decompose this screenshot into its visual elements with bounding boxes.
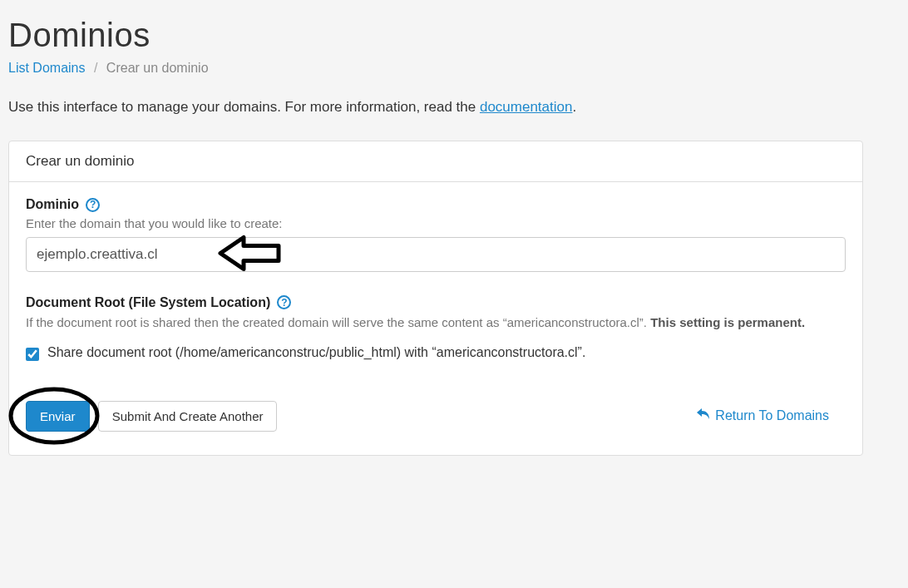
help-icon[interactable]: ? xyxy=(277,295,291,309)
create-domain-panel: Crear un dominio Dominio ? Enter the dom… xyxy=(8,141,863,456)
breadcrumb: List Domains / Crear un dominio xyxy=(8,61,900,76)
intro-text: Use this interface to manage your domain… xyxy=(8,99,900,116)
share-docroot-checkbox[interactable] xyxy=(26,348,39,361)
domain-input[interactable] xyxy=(26,237,846,272)
submit-button[interactable]: Enviar xyxy=(26,401,90,432)
submit-another-button[interactable]: Submit And Create Another xyxy=(98,401,278,432)
docroot-hint: If the document root is shared then the … xyxy=(26,314,846,332)
documentation-link[interactable]: documentation xyxy=(480,99,573,115)
panel-heading: Crear un dominio xyxy=(9,141,862,182)
share-docroot-label[interactable]: Share document root (/home/americanconst… xyxy=(47,345,585,360)
domain-label: Dominio xyxy=(26,197,79,212)
help-icon[interactable]: ? xyxy=(86,198,100,212)
breadcrumb-separator: / xyxy=(94,61,97,75)
domain-hint: Enter the domain that you would like to … xyxy=(26,216,846,230)
page-title: Dominios xyxy=(8,17,900,54)
return-to-domains-link[interactable]: Return To Domains xyxy=(697,408,829,423)
breadcrumb-list-domains[interactable]: List Domains xyxy=(8,61,85,75)
docroot-label: Document Root (File System Location) xyxy=(26,295,270,310)
breadcrumb-current: Crear un dominio xyxy=(106,61,209,75)
reply-arrow-icon xyxy=(697,408,710,423)
